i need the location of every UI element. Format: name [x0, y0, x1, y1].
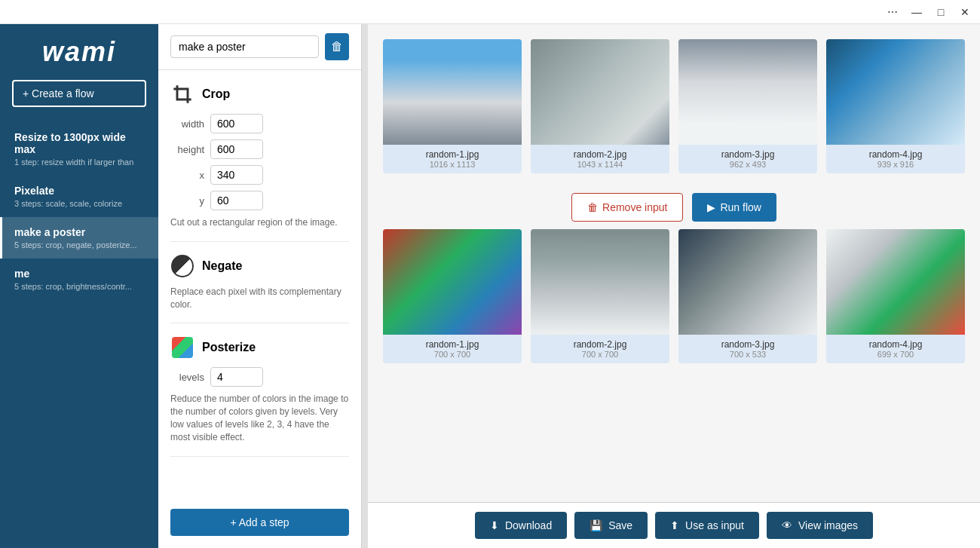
create-flow-button[interactable]: + Create a flow — [12, 80, 146, 107]
delete-flow-button[interactable]: 🗑 — [325, 33, 349, 60]
input-thumb-4 — [826, 39, 965, 145]
sidebar-item-pixelate[interactable]: Pixelate 3 steps: scale, scale, colorize — [0, 176, 158, 217]
posterize-levels-input[interactable] — [210, 367, 263, 387]
input-image-4-dims: 939 x 916 — [832, 160, 959, 169]
crop-y-label: y — [170, 195, 204, 207]
remove-input-label: Remove input — [602, 201, 667, 213]
save-label: Save — [608, 519, 632, 531]
posterize-icon — [170, 335, 194, 360]
output-image-2[interactable]: random-2.jpg 700 x 700 — [531, 229, 669, 363]
crop-y-field: y — [170, 191, 349, 210]
app-logo: wami — [0, 36, 158, 68]
crop-description: Cut out a rectangular region of the imag… — [170, 216, 349, 229]
output-thumb-4 — [826, 229, 965, 335]
input-image-3[interactable]: random-3.jpg 962 x 493 — [678, 39, 817, 173]
output-thumb-3 — [678, 229, 817, 335]
output-thumb-1 — [383, 229, 522, 335]
steps-scroll[interactable]: Crop width height x y Cut — [158, 70, 361, 503]
crop-height-label: height — [170, 144, 204, 155]
input-image-2-dims: 1043 x 1144 — [537, 160, 663, 169]
input-images-grid: random-1.jpg 1016 x 1113 random-2.jpg 10… — [383, 39, 965, 173]
posterize-title: Posterize — [202, 341, 256, 354]
play-icon: ▶ — [707, 201, 715, 213]
sidebar-item-me-title: me — [14, 268, 146, 280]
eye-icon: 👁 — [782, 519, 792, 531]
input-image-1-dims: 1016 x 1113 — [389, 160, 516, 169]
download-label: Download — [505, 519, 552, 531]
sidebar-item-me[interactable]: me 5 steps: crop, brightness/contr... — [0, 259, 158, 300]
sidebar: wami + Create a flow Resize to 1300px wi… — [0, 24, 158, 548]
sidebar-item-resize[interactable]: Resize to 1300px wide max 1 step: resize… — [0, 122, 158, 176]
sidebar-item-me-sub: 5 steps: crop, brightness/contr... — [14, 282, 146, 291]
input-image-4-name: random-4.jpg — [832, 149, 959, 160]
crop-title: Crop — [202, 87, 230, 101]
title-bar: ⋯ — □ ✕ — [0, 0, 980, 24]
run-flow-button[interactable]: ▶ Run flow — [692, 193, 776, 222]
sidebar-item-poster-title: make a poster — [14, 226, 146, 238]
save-icon: 💾 — [590, 519, 602, 531]
input-image-1[interactable]: random-1.jpg 1016 x 1113 — [383, 39, 522, 173]
input-image-4[interactable]: random-4.jpg 939 x 916 — [826, 39, 965, 173]
sidebar-item-poster-sub: 5 steps: crop, negate, posterize... — [14, 240, 146, 250]
more-button[interactable]: ⋯ — [884, 3, 902, 21]
crop-width-input[interactable] — [210, 114, 263, 133]
crop-width-field: width — [170, 114, 349, 133]
output-image-4-name: random-4.jpg — [832, 339, 959, 350]
remove-input-button[interactable]: 🗑 Remove input — [571, 193, 683, 222]
input-thumb-1 — [383, 39, 522, 145]
output-image-1[interactable]: random-1.jpg 700 x 700 — [383, 229, 522, 363]
use-as-input-label: Use as input — [685, 519, 744, 531]
use-as-input-button[interactable]: ⬆ Use as input — [655, 512, 759, 539]
flow-name-input[interactable] — [170, 35, 319, 58]
output-thumb-2 — [531, 229, 669, 335]
crop-x-field: x — [170, 165, 349, 185]
crop-x-input[interactable] — [210, 165, 263, 185]
sidebar-item-pixelate-sub: 3 steps: scale, scale, colorize — [14, 199, 146, 208]
bottom-bar: ⬇ Download 💾 Save ⬆ Use as input 👁 View … — [368, 502, 980, 548]
crop-title-row: Crop — [170, 82, 349, 106]
images-area[interactable]: random-1.jpg 1016 x 1113 random-2.jpg 10… — [368, 24, 980, 502]
trash-icon: 🗑 — [331, 40, 343, 54]
step-posterize: Posterize levels Reduce the number of co… — [170, 335, 349, 456]
minimize-button[interactable]: — — [908, 3, 926, 21]
upload-icon: ⬆ — [670, 519, 679, 531]
panel-divider[interactable] — [362, 24, 368, 548]
output-image-1-name: random-1.jpg — [389, 339, 516, 350]
step-negate: Negate Replace each pixel with its compl… — [170, 254, 349, 324]
maximize-button[interactable]: □ — [932, 3, 950, 21]
crop-height-field: height — [170, 139, 349, 159]
output-image-4-dims: 699 x 700 — [832, 350, 959, 359]
crop-y-input[interactable] — [210, 191, 263, 210]
sidebar-item-pixelate-title: Pixelate — [14, 185, 146, 197]
sidebar-item-make-a-poster[interactable]: make a poster 5 steps: crop, negate, pos… — [0, 217, 158, 259]
input-image-1-name: random-1.jpg — [389, 149, 516, 160]
input-image-2-name: random-2.jpg — [537, 149, 663, 160]
download-button[interactable]: ⬇ Download — [475, 512, 567, 539]
input-thumb-2 — [531, 39, 669, 145]
output-image-4[interactable]: random-4.jpg 699 x 700 — [826, 229, 965, 363]
close-button[interactable]: ✕ — [956, 3, 974, 21]
add-step-button[interactable]: + Add a step — [170, 509, 349, 536]
input-image-3-name: random-3.jpg — [684, 149, 811, 160]
save-button[interactable]: 💾 Save — [574, 512, 648, 539]
output-image-2-name: random-2.jpg — [537, 339, 663, 350]
download-icon: ⬇ — [490, 519, 499, 531]
steps-panel: 🗑 Crop width — [158, 24, 362, 548]
view-images-button[interactable]: 👁 View images — [767, 512, 873, 539]
steps-header: 🗑 — [158, 24, 361, 70]
posterize-description: Reduce the number of colors in the image… — [170, 393, 349, 443]
negate-title: Negate — [202, 259, 242, 273]
crop-width-label: width — [170, 118, 204, 130]
input-image-3-dims: 962 x 493 — [684, 160, 811, 169]
output-image-3[interactable]: random-3.jpg 700 x 533 — [678, 229, 817, 363]
main-content: random-1.jpg 1016 x 1113 random-2.jpg 10… — [368, 24, 980, 548]
crop-height-input[interactable] — [210, 139, 263, 159]
posterize-levels-field: levels — [170, 367, 349, 387]
step-crop: Crop width height x y Cut — [170, 82, 349, 242]
input-thumb-3 — [678, 39, 817, 145]
input-image-2[interactable]: random-2.jpg 1043 x 1144 — [531, 39, 669, 173]
negate-title-row: Negate — [170, 254, 349, 278]
view-images-label: View images — [798, 519, 858, 531]
posterize-title-row: Posterize — [170, 335, 349, 360]
posterize-levels-label: levels — [170, 372, 204, 383]
